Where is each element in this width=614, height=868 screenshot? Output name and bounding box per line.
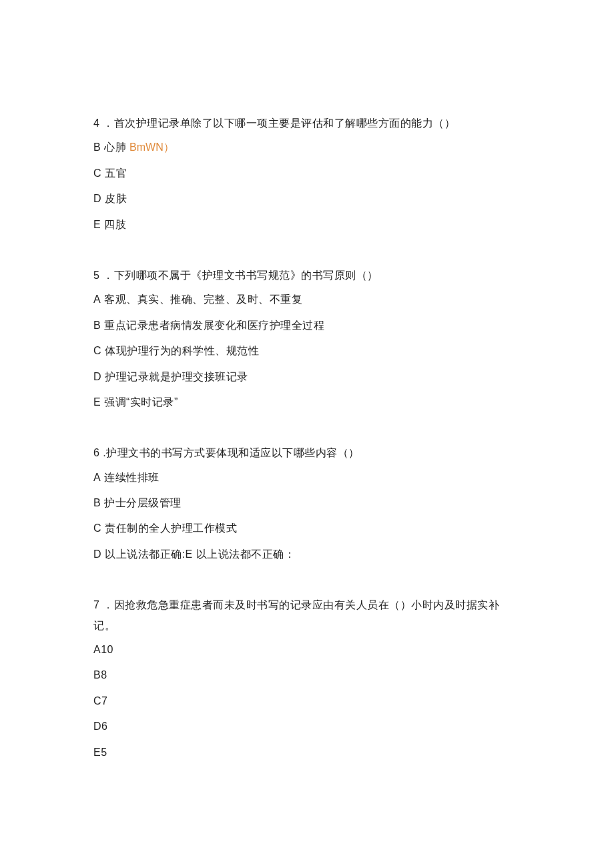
option-row: D6 [93, 714, 521, 739]
option-label: E [93, 219, 101, 230]
option-row: A 客观、真实、推确、完整、及时、不重复 [93, 287, 521, 312]
option-text: 四肢 [101, 219, 126, 230]
option-row: B8 [93, 663, 521, 688]
question-number: 5 [93, 270, 99, 281]
question-stem: 5 ．下列哪项不属于《护理文书书写规范》的书写原则（） [93, 266, 521, 286]
option-label: A10 [93, 644, 113, 655]
question-block: 5 ．下列哪项不属于《护理文书书写规范》的书写原则（） A 客观、真实、推确、完… [93, 266, 521, 415]
option-label: A [93, 294, 101, 305]
option-row: E5 [93, 740, 521, 765]
option-text: 体现护理行为的科学性、规范性 [101, 345, 259, 356]
stem-text: 护理文书的书写方式要体现和适应以下哪些内容（） [106, 447, 360, 458]
option-row: D 皮肤 [93, 186, 521, 211]
option-row: B 心肺 BmWN） [93, 135, 521, 160]
inline-code-text: BmWN） [129, 141, 174, 153]
option-label: C [93, 167, 101, 179]
question-stem: 6 .护理文书的书写方式要体现和适应以下哪些内容（） [93, 443, 521, 463]
option-text: 连续性排班 [101, 472, 159, 483]
option-text: 心肺 [101, 141, 129, 153]
option-label: D [93, 193, 101, 204]
stem-text: 下列哪项不属于《护理文书书写规范》的书写原则（） [114, 270, 378, 281]
stem-text: 首次护理记录单除了以下哪一项主要是评估和了解哪些方面的能力（） [114, 117, 456, 129]
option-row: B 重点记录患者病情发展变化和医疗护理全过程 [93, 313, 521, 338]
option-text: 以上说法都正确:E 以上说法都不正确： [101, 548, 295, 560]
option-text: 责任制的全人护理工作模式 [101, 522, 237, 534]
question-number: 4 [93, 117, 99, 129]
option-text: 护理记录就是护理交接班记录 [101, 371, 248, 382]
option-label: C [93, 522, 101, 534]
option-label: C [93, 345, 101, 356]
option-text: 强调“实时记录” [101, 396, 178, 408]
option-row: C7 [93, 689, 521, 714]
option-text: 重点记录患者病情发展变化和医疗护理全过程 [101, 320, 324, 331]
option-row: C 责任制的全人护理工作模式 [93, 516, 521, 541]
option-row: B 护士分层级管理 [93, 490, 521, 516]
option-row: C 体现护理行为的科学性、规范性 [93, 338, 521, 364]
stem-text: 因抢救危急重症患者而未及时书写的记录应由有关人员在（）小时内及时据实补记。 [93, 599, 499, 630]
option-label: B8 [93, 669, 107, 681]
question-stem: 4 ．首次护理记录单除了以下哪一项主要是评估和了解哪些方面的能力（） [93, 113, 521, 133]
stem-prefix: . [99, 447, 106, 458]
option-text: 护士分层级管理 [101, 497, 181, 508]
option-text: 皮肤 [101, 193, 127, 204]
option-label: A [93, 472, 101, 483]
option-row: C 五官 [93, 161, 521, 186]
option-label: E [93, 396, 101, 408]
question-number: 6 [93, 447, 99, 458]
stem-prefix: ． [99, 117, 113, 129]
option-row: E 强调“实时记录” [93, 390, 521, 415]
question-stem: 7 ．因抢救危急重症患者而未及时书写的记录应由有关人员在（）小时内及时据实补记。 [93, 595, 521, 636]
option-label: E5 [93, 747, 107, 758]
option-label: D6 [93, 721, 107, 732]
option-row: A 连续性排班 [93, 465, 521, 490]
stem-prefix: ． [99, 270, 113, 281]
question-block: 4 ．首次护理记录单除了以下哪一项主要是评估和了解哪些方面的能力（） B 心肺 … [93, 113, 521, 238]
option-label: C7 [93, 695, 107, 707]
option-row: D 以上说法都正确:E 以上说法都不正确： [93, 542, 521, 567]
option-label: B [93, 141, 101, 153]
option-row: D 护理记录就是护理交接班记录 [93, 364, 521, 390]
option-label: D [93, 548, 101, 560]
option-label: B [93, 497, 101, 508]
option-row: E 四肢 [93, 212, 521, 238]
option-row: A10 [93, 637, 521, 663]
option-label: B [93, 320, 101, 331]
stem-prefix: ． [99, 599, 113, 610]
option-text: 五官 [101, 167, 127, 179]
option-text: 客观、真实、推确、完整、及时、不重复 [101, 294, 302, 305]
question-block: 6 .护理文书的书写方式要体现和适应以下哪些内容（） A 连续性排班 B 护士分… [93, 443, 521, 567]
document-page: 4 ．首次护理记录单除了以下哪一项主要是评估和了解哪些方面的能力（） B 心肺 … [0, 0, 614, 860]
option-label: D [93, 371, 101, 382]
question-number: 7 [93, 599, 99, 610]
question-block: 7 ．因抢救危急重症患者而未及时书写的记录应由有关人员在（）小时内及时据实补记。… [93, 595, 521, 765]
